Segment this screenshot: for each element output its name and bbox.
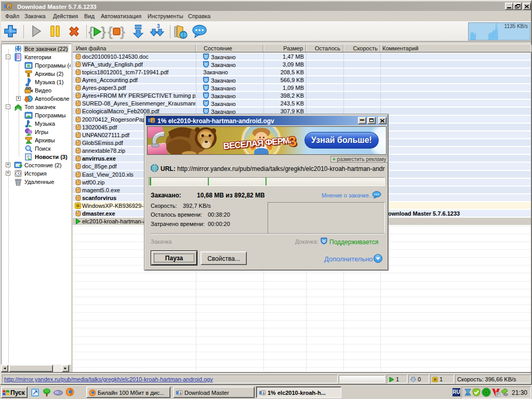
svg-text:}: }: [101, 24, 106, 39]
svg-text:{: {: [88, 24, 94, 39]
svg-text:}: }: [120, 24, 125, 39]
svg-text:{: {: [108, 24, 113, 39]
svg-text:3: 3: [157, 23, 160, 29]
